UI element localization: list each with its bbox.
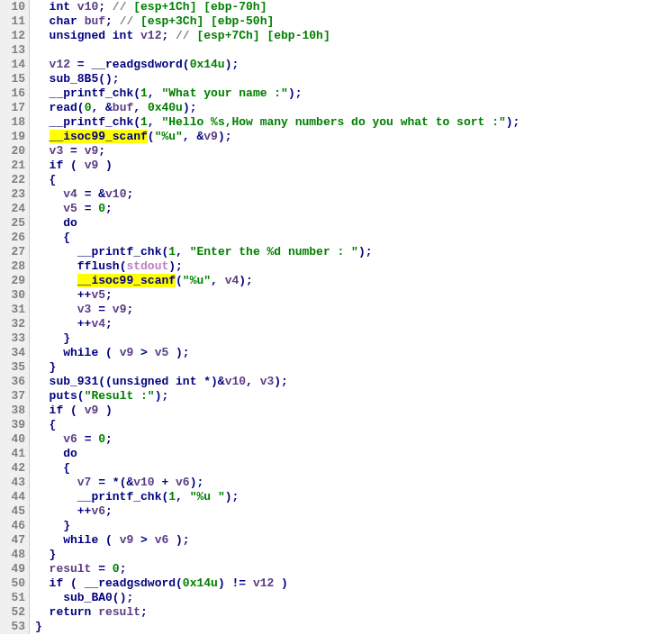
token-op: ( xyxy=(176,576,183,590)
line-number: 43 xyxy=(0,476,25,490)
code-line[interactable]: __printf_chk(1, "What your name :"); xyxy=(35,86,520,101)
token-op: ; xyxy=(161,29,176,42)
token-var: v5 xyxy=(63,202,77,215)
line-number: 20 xyxy=(0,144,25,159)
code-line[interactable]: puts("Result :"); xyxy=(35,389,520,404)
code-line[interactable]: sub_8B5(); xyxy=(35,72,520,86)
code-line[interactable]: int v10; // [esp+1Ch] [ebp-70h] xyxy=(35,0,520,14)
code-line[interactable]: if ( v9 ) xyxy=(35,159,520,173)
line-number: 39 xyxy=(0,418,25,432)
code-line[interactable]: return result; xyxy=(35,605,520,620)
token-op: } xyxy=(35,620,42,633)
token-op: ); xyxy=(506,115,520,129)
token-op: ; xyxy=(126,303,133,316)
line-number: 42 xyxy=(0,461,25,476)
token-var: buf xyxy=(85,14,105,28)
code-line[interactable]: { xyxy=(35,173,520,187)
code-line[interactable]: read(0, &buf, 0x40u); xyxy=(35,101,520,115)
token-op: ); xyxy=(155,389,169,403)
code-line[interactable]: __printf_chk(1, "Hello %s,How many numbe… xyxy=(35,115,520,130)
token-op: *)& xyxy=(203,375,224,388)
code-line[interactable]: v5 = 0; xyxy=(35,202,520,216)
line-number: 31 xyxy=(0,303,25,317)
token-func: __printf_chk xyxy=(77,490,162,503)
line-number: 51 xyxy=(0,591,25,605)
line-number: 28 xyxy=(0,259,25,274)
code-line[interactable]: } xyxy=(35,548,520,562)
token-str: "Hello %s,How many numbers do you what t… xyxy=(161,115,505,129)
code-line[interactable]: v3 = v9; xyxy=(35,303,520,317)
code-line[interactable]: do xyxy=(35,447,520,461)
token-num: 0x40u xyxy=(148,101,183,114)
line-number: 24 xyxy=(0,202,25,216)
code-line[interactable]: __isoc99_scanf("%u", v4); xyxy=(35,274,520,288)
code-line[interactable]: { xyxy=(35,231,520,245)
code-line[interactable]: sub_931((unsigned int *)&v10, v3); xyxy=(35,375,520,389)
line-number: 27 xyxy=(0,245,25,259)
line-number: 35 xyxy=(0,360,25,375)
code-line[interactable]: } xyxy=(35,360,520,375)
token-op: ( xyxy=(105,346,120,359)
code-line[interactable]: while ( v9 > v6 ); xyxy=(35,533,520,548)
code-line[interactable]: char buf; // [esp+3Ch] [ebp-50h] xyxy=(35,14,520,29)
token-op: ( xyxy=(77,101,85,114)
code-line[interactable]: ++v6; xyxy=(35,504,520,519)
code-line[interactable]: __printf_chk(1, "%u "); xyxy=(35,490,520,504)
code-line[interactable]: ++v4; xyxy=(35,317,520,331)
token-op: ) != xyxy=(218,576,253,590)
code-line[interactable]: __isoc99_scanf("%u", &v9); xyxy=(35,130,520,144)
line-number: 18 xyxy=(0,115,25,130)
token-var: v9 xyxy=(203,130,218,143)
token-op: ); xyxy=(168,346,189,359)
token-var: v12 xyxy=(50,58,70,71)
token-op: > xyxy=(133,346,154,359)
code-line[interactable]: v4 = &v10; xyxy=(35,187,520,202)
line-number: 21 xyxy=(0,159,25,173)
line-number: 13 xyxy=(0,43,25,58)
line-number: 16 xyxy=(0,86,25,101)
code-line[interactable]: __printf_chk(1, "Enter the %d number : "… xyxy=(35,245,520,259)
code-line[interactable]: sub_BA0(); xyxy=(35,591,520,605)
token-op: = & xyxy=(77,187,105,201)
code-area[interactable]: int v10; // [esp+1Ch] [ebp-70h] char buf… xyxy=(30,0,520,634)
code-line[interactable]: unsigned int v12; // [esp+7Ch] [ebp-10h] xyxy=(35,29,520,43)
code-line[interactable]: v3 = v9; xyxy=(35,144,520,159)
code-line[interactable]: if ( __readgsdword(0x14u) != v12 ) xyxy=(35,576,520,591)
code-line[interactable]: fflush(stdout); xyxy=(35,259,520,274)
token-op: , & xyxy=(91,101,112,114)
token-op: , & xyxy=(183,130,203,143)
code-line[interactable] xyxy=(35,43,520,58)
code-line[interactable]: v6 = 0; xyxy=(35,432,520,447)
code-line[interactable]: while ( v9 > v5 ); xyxy=(35,346,520,360)
code-editor[interactable]: 1011121314151617181920212223242526272829… xyxy=(0,0,669,634)
token-op: ); xyxy=(218,130,232,143)
token-kw: do xyxy=(63,447,77,460)
token-op: > xyxy=(133,533,154,547)
code-line[interactable]: ++v5; xyxy=(35,288,520,303)
code-line[interactable]: v7 = *(&v10 + v6); xyxy=(35,476,520,490)
line-number: 17 xyxy=(0,101,25,115)
token-str: "%u" xyxy=(183,274,211,287)
code-line[interactable]: } xyxy=(35,519,520,533)
code-line[interactable]: { xyxy=(35,418,520,432)
code-line[interactable]: } xyxy=(35,331,520,346)
code-line[interactable]: do xyxy=(35,216,520,231)
line-number: 25 xyxy=(0,216,25,231)
code-line[interactable]: if ( v9 ) xyxy=(35,404,520,418)
token-var: result xyxy=(50,562,92,576)
line-number: 33 xyxy=(0,331,25,346)
token-op: , xyxy=(176,245,190,259)
token-op: ; xyxy=(105,432,113,446)
token-kw: char xyxy=(50,14,85,28)
code-line[interactable]: result = 0; xyxy=(35,562,520,576)
code-line[interactable]: v12 = __readgsdword(0x14u); xyxy=(35,58,520,72)
token-op: ); xyxy=(225,490,240,503)
code-line[interactable]: } xyxy=(35,620,520,634)
token-kw: if xyxy=(50,576,70,590)
token-op: ( xyxy=(133,115,140,129)
line-number: 30 xyxy=(0,288,25,303)
line-number: 26 xyxy=(0,231,25,245)
line-number: 19 xyxy=(0,130,25,144)
code-line[interactable]: { xyxy=(35,461,520,476)
token-var: v9 xyxy=(113,303,127,316)
